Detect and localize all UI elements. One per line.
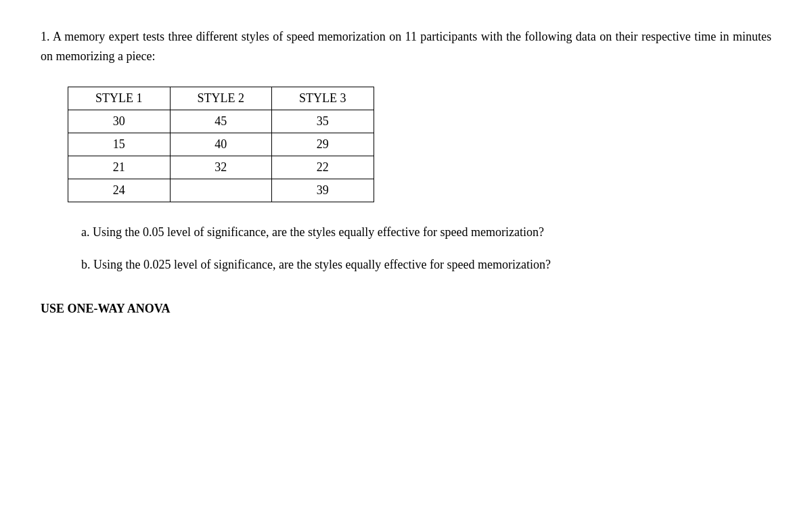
cell-r4-c1: 24: [68, 179, 171, 202]
question-body: A memory expert tests three different st…: [41, 30, 771, 63]
cell-r1-c2: 45: [170, 110, 272, 133]
table-row: 21 32 22: [68, 156, 374, 179]
sub-a-label: a.: [81, 225, 90, 239]
cell-r2-c3: 29: [272, 133, 374, 156]
sub-b-text: Using the 0.025 level of significance, a…: [93, 258, 551, 271]
cell-r1-c1: 30: [68, 110, 171, 133]
cell-r4-c2: [170, 179, 272, 202]
sub-b-label: b.: [81, 258, 91, 271]
data-table: STYLE 1 STYLE 2 STYLE 3 30 45 35 15 40 2…: [68, 87, 374, 202]
question-number: 1.: [41, 30, 50, 43]
cell-r1-c3: 35: [272, 110, 374, 133]
sub-question-a: a. Using the 0.05 level of significance,…: [81, 223, 771, 242]
cell-r3-c2: 32: [170, 156, 272, 179]
cell-r2-c2: 40: [170, 133, 272, 156]
col-header-style3: STYLE 3: [272, 87, 374, 110]
cell-r4-c3: 39: [272, 179, 374, 202]
table-row: 24 39: [68, 179, 374, 202]
table-body: 30 45 35 15 40 29 21 32 22 24 39: [68, 110, 374, 202]
cell-r2-c1: 15: [68, 133, 171, 156]
col-header-style2: STYLE 2: [170, 87, 272, 110]
question-container: 1. A memory expert tests three different…: [41, 27, 771, 316]
cell-r3-c1: 21: [68, 156, 171, 179]
sub-a-text: Using the 0.05 level of significance, ar…: [93, 225, 544, 239]
data-table-container: STYLE 1 STYLE 2 STYLE 3 30 45 35 15 40 2…: [68, 87, 771, 202]
table-row: 15 40 29: [68, 133, 374, 156]
table-header-row: STYLE 1 STYLE 2 STYLE 3: [68, 87, 374, 110]
sub-question-b: b. Using the 0.025 level of significance…: [81, 255, 771, 275]
cell-r3-c3: 22: [272, 156, 374, 179]
col-header-style1: STYLE 1: [68, 87, 171, 110]
instruction-text: USE ONE-WAY ANOVA: [41, 302, 771, 316]
table-row: 30 45 35: [68, 110, 374, 133]
question-text: 1. A memory expert tests three different…: [41, 27, 771, 66]
